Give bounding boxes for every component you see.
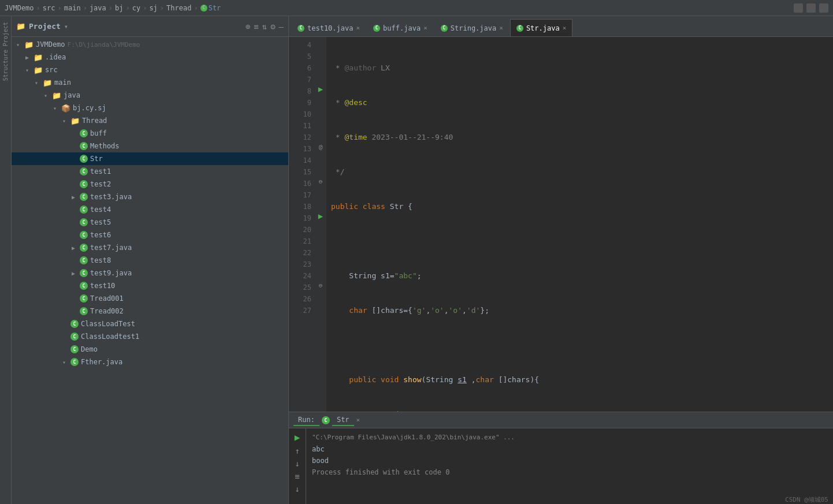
bottom-tab-str-label[interactable]: Str: [332, 415, 354, 426]
tree-item-demo[interactable]: C Demo: [12, 343, 288, 356]
bc-java[interactable]: java: [90, 4, 106, 12]
folder-icon-bjcysj: 📦: [61, 104, 70, 113]
sidebar-strip-label-structure[interactable]: Structure: [2, 50, 9, 81]
tab-close-buff[interactable]: ×: [423, 24, 427, 32]
class-icon-test1: C: [80, 167, 88, 176]
tab-buff[interactable]: C buff.java ×: [367, 19, 434, 36]
tree-label-demo: Demo: [81, 345, 98, 353]
tree-item-java[interactable]: ▾ 📁 java: [12, 89, 288, 102]
toolbar-icon-1[interactable]: [794, 3, 803, 13]
tree-item-test3[interactable]: ▶ C test3.java: [12, 191, 288, 203]
tree-path-jvmdemo: F:\D\jianda\JVMDemo: [68, 41, 140, 48]
tree-item-thread[interactable]: ▾ 📁 Thread: [12, 114, 288, 127]
bottom-panel: Run: C Str × ▶ ↑ ↓ ≡ ↓ "C:\Program Files…: [289, 412, 833, 504]
toggle-idea[interactable]: ▶: [25, 54, 32, 61]
toggle-jvmdemo[interactable]: ▾: [16, 42, 23, 48]
tree-label-test8: test8: [90, 256, 111, 264]
tree-item-src[interactable]: ▾ 📁 src: [12, 64, 288, 76]
tree-item-test1[interactable]: C test1: [12, 165, 288, 178]
toggle-fther[interactable]: ▾: [62, 359, 69, 365]
tree-item-test5[interactable]: C test5: [12, 216, 288, 229]
tree-label-test1: test1: [90, 167, 111, 176]
locate-icon[interactable]: ⊕: [246, 22, 250, 31]
code-line-13: public void show(String s1 ,char []chars…: [331, 374, 828, 386]
tree-item-classloadtest[interactable]: C ClassLoadTest: [12, 318, 288, 330]
bc-src[interactable]: src: [43, 4, 55, 12]
collapse-icon[interactable]: ≡: [254, 22, 258, 31]
run-scroll-down[interactable]: ↓: [295, 459, 299, 468]
gutter-26: [315, 291, 326, 303]
run-play-button[interactable]: ▶: [295, 432, 300, 443]
bottom-tab-icon-str: C: [322, 416, 330, 424]
toggle-thread[interactable]: ▾: [62, 118, 69, 124]
tree-item-fther[interactable]: ▾ C Fther.java: [12, 356, 288, 368]
run-scroll-up[interactable]: ↑: [295, 446, 299, 456]
tab-close-str[interactable]: ×: [563, 24, 567, 32]
gutter-8-run[interactable]: ▶: [315, 83, 326, 95]
tab-str[interactable]: C Str.java ×: [510, 19, 572, 36]
output-command: "C:\Program Files\Java\jdk1.8.0_202\bin\…: [312, 432, 515, 443]
tree-label-test6: test6: [90, 231, 111, 239]
tree-label-methods: Methods: [90, 142, 120, 150]
tab-test10[interactable]: C test10.java ×: [291, 19, 366, 36]
toggle-test3[interactable]: ▶: [72, 194, 79, 200]
bc-thread[interactable]: Thread: [166, 4, 191, 12]
toggle-main[interactable]: ▾: [35, 80, 42, 86]
folder-icon-java: 📁: [52, 91, 61, 100]
code-content[interactable]: * @author LX * @desc * @time 2023--01--2…: [326, 37, 833, 412]
bc-sj[interactable]: sj: [149, 4, 157, 12]
tree-item-bjcysj[interactable]: ▾ 📦 bj.cy.sj: [12, 102, 288, 114]
bc-jvmdemo[interactable]: JVMDemo: [5, 4, 34, 12]
project-dropdown-icon[interactable]: ▾: [64, 23, 68, 31]
toggle-test9[interactable]: ▶: [72, 270, 79, 277]
toggle-test7[interactable]: ▶: [72, 245, 79, 251]
folder-icon-src: 📁: [34, 66, 43, 74]
tab-close-test10[interactable]: ×: [356, 24, 360, 32]
tree-item-test6[interactable]: C test6: [12, 229, 288, 241]
gutter-11: [315, 118, 326, 129]
toggle-bjcysj[interactable]: ▾: [53, 105, 60, 111]
tree-item-jvmdemo[interactable]: ▾ 📁 JVMDemo F:\D\jianda\JVMDemo: [12, 38, 288, 51]
tree-item-str[interactable]: C Str: [12, 152, 288, 165]
run-wrap-icon[interactable]: ≡: [295, 472, 299, 481]
tree-item-buff[interactable]: C buff: [12, 127, 288, 140]
tab-string[interactable]: C String.java ×: [434, 19, 510, 36]
title-bar-actions: [794, 3, 828, 13]
gutter-19-run[interactable]: ▶: [315, 210, 326, 222]
bottom-tab-close[interactable]: ×: [356, 416, 360, 424]
tree-item-test7[interactable]: ▶ C test7.java: [12, 241, 288, 254]
class-icon-methods: C: [80, 142, 88, 150]
tree-item-methods[interactable]: C Methods: [12, 140, 288, 152]
tree-item-test4[interactable]: C test4: [12, 203, 288, 216]
run-scroll-end[interactable]: ↓: [295, 484, 299, 494]
bc-cy[interactable]: cy: [132, 4, 140, 12]
tree-label-jvmdemo: JVMDemo: [36, 40, 65, 48]
tree-item-main[interactable]: ▾ 📁 main: [12, 76, 288, 89]
tree-item-test9[interactable]: ▶ C test9.java: [12, 267, 288, 279]
gutter-16-bookmark[interactable]: ⊖: [315, 176, 326, 187]
class-icon-fther: C: [70, 358, 79, 366]
tree-item-test8[interactable]: C test8: [12, 254, 288, 267]
bc-main[interactable]: main: [64, 4, 81, 12]
bottom-tab-run[interactable]: Run:: [293, 415, 319, 426]
gutter-25-bookmark[interactable]: ⊖: [315, 279, 326, 291]
sidebar-strip-label-project[interactable]: Project: [2, 22, 9, 46]
tree-item-tread002[interactable]: C Tread002: [12, 305, 288, 318]
tree-item-idea[interactable]: ▶ 📁 .idea: [12, 51, 288, 64]
tree-item-test2[interactable]: C test2: [12, 178, 288, 191]
toolbar-icon-2[interactable]: [806, 3, 816, 13]
gutter-13-bookmark[interactable]: @: [315, 141, 326, 152]
bc-bj[interactable]: bj: [115, 4, 123, 12]
tree-item-tread001[interactable]: C Tread001: [12, 292, 288, 305]
tree-label-java: java: [64, 91, 80, 99]
minimize-icon[interactable]: —: [279, 22, 284, 31]
title-bar: JVMDemo › src › main › java › bj › cy › …: [0, 0, 833, 16]
tab-close-string[interactable]: ×: [499, 24, 503, 32]
tree-item-classloadtest1[interactable]: C ClassLoadtest1: [12, 330, 288, 343]
toggle-src[interactable]: ▾: [25, 67, 32, 73]
settings-icon[interactable]: ⚙: [270, 22, 275, 31]
tree-item-test10[interactable]: C test10: [12, 279, 288, 292]
toggle-java[interactable]: ▾: [44, 92, 51, 99]
toolbar-icon-3[interactable]: [819, 3, 828, 13]
filter-icon[interactable]: ⇅: [262, 22, 267, 31]
